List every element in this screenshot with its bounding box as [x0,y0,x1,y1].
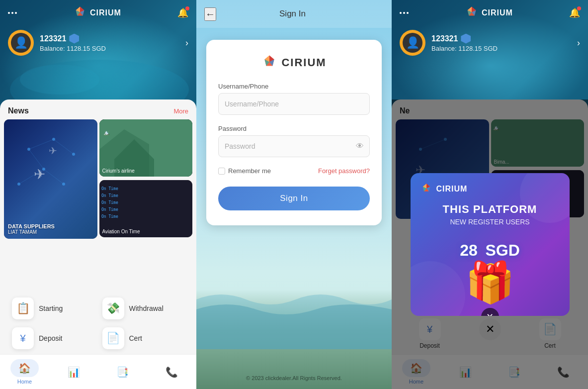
left-body: News More ✈ [0,99,196,389]
password-input[interactable] [218,135,370,157]
shield-icon [69,34,79,44]
popup-amount: 28 SGD [420,230,560,262]
plane-network-icon: ✈ ✈ [4,119,97,239]
signin-header: ← Sign In [196,0,392,28]
svg-text:On Time: On Time [101,187,118,191]
password-label: Password [218,125,370,132]
withdrawal-item[interactable]: 💸 Withdrawal [102,297,185,319]
logo-icon [73,6,87,20]
news-card-large[interactable]: ✈ ✈ DATA SUPPLIERS LIAT TAMAM [4,119,97,239]
notification-bell[interactable]: 🔔 [177,7,188,18]
password-wrapper: 👁 [218,135,370,157]
form-options: Remember me Forget password? [218,167,370,175]
right-menu-dots[interactable] [400,12,409,14]
news-large-label: DATA SUPPLIERS LIAT TAMAM [8,223,55,235]
left-header: CIRIUM 🔔 [0,0,196,26]
center-panel: ← Sign In CIRIUM Username/Phone Password… [196,0,392,389]
right-notification-bell[interactable]: 🔔 [569,7,580,18]
popup-logo-text: CIRIUM [436,185,468,194]
starting-item[interactable]: 📋 Starting [12,297,94,319]
password-field-group: Password 👁 [218,125,370,157]
notification-dot [185,6,189,10]
avatar-image: 👤 [11,33,31,53]
username-label: Username/Phone [218,83,370,90]
withdrawal-icon: 💸 [102,297,124,319]
remember-me-label[interactable]: Remember me [218,167,271,175]
popup-close-button[interactable]: ✕ [481,308,499,316]
username-field-group: Username/Phone [218,83,370,115]
user-id: 123321 [40,34,179,44]
deposit-item[interactable]: ¥ Deposit [12,327,94,349]
right-notification-dot [577,6,581,10]
user-avatar[interactable]: 👤 [8,30,34,56]
withdrawal-label: Withdrawal [129,304,164,312]
aviation-label: Aviation On Time [102,229,140,234]
right-user-avatar[interactable]: 👤 [400,30,425,56]
nav-home-label: Home [17,379,32,385]
left-user-section: 👤 123321 Balance: 1128.15 SGD › [8,30,196,56]
left-panel: CIRIUM 🔔 👤 123321 Balance: 1128.15 SGD ›… [0,0,196,389]
signin-logo-icon [261,55,277,71]
deposit-label: Deposit [39,334,62,342]
nav-home[interactable]: 🏠 Home [0,359,49,385]
gift-icon: 🎁 [420,259,560,306]
signin-logo: CIRIUM [218,55,370,71]
popup-header: CIRIUM [420,183,560,195]
docs-icon: 📑 [116,366,129,378]
svg-text:On Time: On Time [101,200,118,205]
right-logo-icon [465,6,479,20]
signin-title: Sign In [216,9,369,19]
deposit-icon: ¥ [12,327,34,349]
back-button[interactable]: ← [204,7,216,21]
news-more-link[interactable]: More [173,107,188,115]
signin-logo-text: CIRIUM [281,56,326,69]
signin-card: CIRIUM Username/Phone Password 👁 Remembe… [206,40,382,225]
popup-new-register: NEW REGISTER USERS [420,218,560,226]
svg-line-17 [44,169,64,184]
left-logo: CIRIUM [73,6,121,20]
news-grid: ✈ ✈ DATA SUPPLIERS LIAT TAMAM 🏔️ [0,119,196,239]
nav-chart[interactable]: 📊 [49,366,98,378]
svg-text:✈: ✈ [49,145,57,156]
cert-icon: 📄 [102,327,124,349]
chevron-right-icon[interactable]: › [185,38,188,48]
svg-text:On Time: On Time [101,214,118,219]
svg-text:On Time: On Time [101,194,118,198]
right-logo-text: CIRIUM [482,8,513,17]
popup-card: CIRIUM THIS PLATFORM NEW REGISTER USERS … [411,173,570,316]
news-title: News [8,106,29,115]
svg-text:On Time: On Time [101,207,118,212]
forgot-password-link[interactable]: Forget password? [318,167,370,175]
user-info: 123321 Balance: 1128.15 SGD [40,34,179,52]
right-chevron-right-icon[interactable]: › [577,38,580,48]
chart-icon: 📊 [68,366,80,378]
cirium-small-label: Cirium's airline [102,168,135,174]
right-logo: CIRIUM [465,6,513,20]
svg-line-16 [29,149,44,169]
logo-text: CIRIUM [90,8,121,17]
remember-checkbox[interactable] [218,168,225,175]
right-avatar-image: 👤 [403,33,422,53]
popup-overlay[interactable]: CIRIUM THIS PLATFORM NEW REGISTER USERS … [392,99,588,389]
cert-item[interactable]: 📄 Cert [102,327,185,349]
right-panel: CIRIUM 🔔 👤 123321 Balance: 1128.15 SGD ›… [392,0,588,389]
right-user-balance: Balance: 1128.15 SGD [431,45,571,52]
menu-dots[interactable] [8,12,17,14]
username-input[interactable] [218,93,370,115]
cert-label: Cert [129,334,142,342]
right-body: Ne ✈ 🏔️ Bima... [392,99,588,389]
nav-docs[interactable]: 📑 [98,366,148,378]
eye-icon[interactable]: 👁 [356,142,364,151]
phone-icon: 📞 [166,366,178,378]
signin-button[interactable]: Sign In [218,187,370,210]
news-card-small-1[interactable]: 🏔️ Cirium's airline [99,119,193,177]
popup-logo-icon [420,183,432,195]
news-card-small-2[interactable]: On Time On Time On Time On Time On Time … [99,180,193,237]
svg-text:🏔️: 🏔️ [103,129,110,136]
starting-icon: 📋 [12,297,34,319]
center-footer: © 2023 clickdealer.All Rignts Reserved. [196,375,392,381]
right-user-section: 👤 123321 Balance: 1128.15 SGD › [400,30,588,56]
bottom-icons: 📋 Starting 💸 Withdrawal ¥ Deposit 📄 Cert [0,297,196,349]
svg-point-2 [20,65,99,95]
nav-phone[interactable]: 📞 [147,366,196,378]
